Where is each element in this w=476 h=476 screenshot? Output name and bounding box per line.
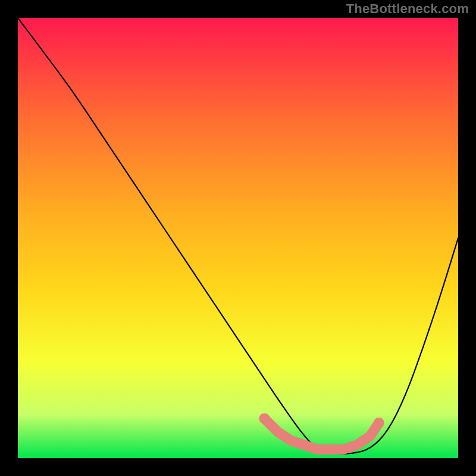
watermark-label: TheBottleneck.com [346,1,469,17]
chart-svg [0,0,476,476]
highlight-dot [374,418,384,428]
plot-background [18,18,458,458]
highlight-dot [259,413,270,424]
chart-frame: TheBottleneck.com [0,0,476,476]
